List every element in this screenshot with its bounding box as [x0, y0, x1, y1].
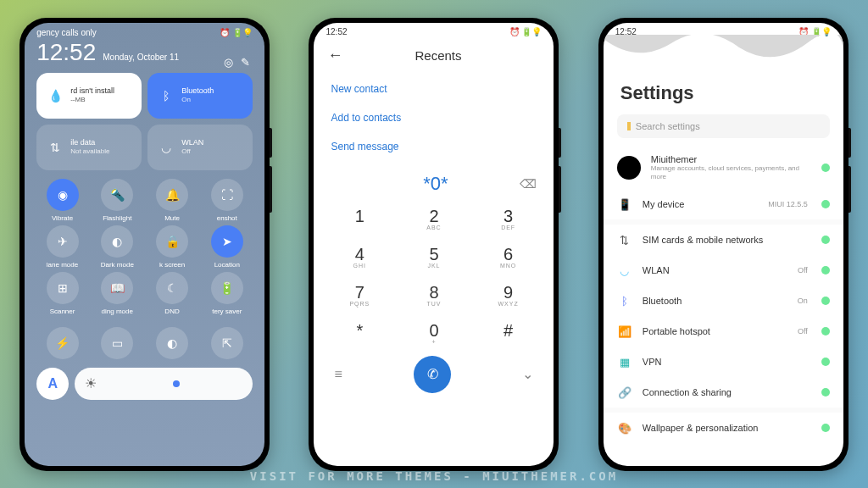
key-number: 3	[471, 208, 546, 225]
control-center-screen: gency calls only ⏰ 🔋💡 12:52 Monday, Octo…	[25, 23, 264, 466]
key-number: *	[322, 322, 397, 339]
arrow-icon	[821, 164, 830, 172]
wallpaper-item[interactable]: 🎨 Wallpaper & personalization	[604, 413, 843, 443]
arrow-icon	[821, 297, 830, 305]
my-device-item[interactable]: 📱 My device MIUI 12.5.5	[604, 189, 843, 219]
arrow-icon	[821, 200, 830, 208]
key-8[interactable]: 8TUV	[397, 276, 471, 314]
toggle-DND[interactable]: ☾DND	[147, 272, 198, 315]
search-placeholder: Search settings	[636, 121, 700, 131]
card-sub: --MB	[70, 96, 114, 104]
setting-label: SIM cards & mobile networks	[643, 235, 798, 245]
setting-item-sim-cards-mobile-networks[interactable]: ⇅SIM cards & mobile networks	[604, 225, 843, 255]
card-wlan[interactable]: ◡ WLAN Off	[147, 125, 253, 170]
toggle-Dark-mode[interactable]: ◐Dark mode	[92, 225, 143, 269]
send-message-link[interactable]: Send message	[331, 132, 537, 161]
backspace-button[interactable]: ⌫	[520, 177, 537, 191]
toggle-ding-mode[interactable]: 📖ding mode	[92, 272, 143, 315]
key-9[interactable]: 9WXYZ	[471, 276, 546, 314]
auto-brightness-button[interactable]: A	[36, 368, 69, 400]
key-number: #	[471, 322, 546, 339]
key-number: 9	[471, 284, 546, 301]
toggle-Scanner[interactable]: ⊞Scanner	[36, 272, 88, 315]
toggle-lane-mode[interactable]: ✈lane mode	[36, 225, 88, 269]
key-letters: GHI	[322, 263, 397, 269]
phone-shell-3: 12:52 ⏰ 🔋💡 Settings Search settings Miui…	[598, 18, 849, 471]
profile-item[interactable]: Miuithemer Manage accounts, cloud servic…	[604, 147, 843, 190]
search-input[interactable]: Search settings	[617, 114, 830, 138]
carrier-text: gency calls only	[36, 28, 97, 37]
toggle-label: Scanner	[50, 308, 75, 315]
clock-time: 12:52	[36, 39, 96, 66]
call-button[interactable]: ✆	[414, 356, 451, 393]
add-to-contacts-link[interactable]: Add to contacts	[331, 103, 537, 132]
expand-button[interactable]: ⌄	[522, 366, 533, 382]
setting-item-connection-sharing[interactable]: 🔗Connection & sharing	[604, 377, 843, 408]
device-icon: 📱	[617, 197, 632, 212]
toggle-expand-icon[interactable]: ⇱	[211, 327, 243, 359]
key-letters: +	[397, 339, 471, 345]
settings-screen: 12:52 ⏰ 🔋💡 Settings Search settings Miui…	[604, 23, 843, 466]
arrow-icon	[821, 236, 830, 244]
dial-input: *0*	[423, 173, 448, 195]
key-#[interactable]: #	[471, 314, 546, 352]
setting-label: Connection & sharing	[643, 387, 798, 397]
dialer-screen: 12:52 ⏰ 🔋💡 ← Recents New contact Add to …	[314, 23, 554, 466]
setting-item-wlan[interactable]: ◡WLANOff	[604, 255, 843, 286]
back-button[interactable]: ←	[327, 47, 342, 64]
page-title: Settings	[604, 42, 843, 111]
card-bluetooth[interactable]: ᛒ Bluetooth On	[147, 73, 253, 119]
setting-item-portable-hotspot[interactable]: 📶Portable hotspotOff	[604, 316, 843, 347]
toggle-grid: ◉Vibrate🔦Flashlight🔔Mute⛶enshot✈lane mod…	[25, 170, 264, 319]
menu-button[interactable]: ≡	[334, 367, 342, 382]
key-*[interactable]: *	[322, 314, 397, 352]
setting-item-bluetooth[interactable]: ᛒBluetoothOn	[604, 286, 843, 316]
page-title: Recents	[415, 48, 461, 63]
toggle-Vibrate[interactable]: ◉Vibrate	[36, 179, 88, 222]
key-letters: TUV	[397, 301, 471, 307]
card-sub: Off	[181, 147, 203, 156]
dial-keypad: 12ABC3DEF4GHI5JKL6MNO7PQRS8TUV9WXYZ*0+#	[314, 195, 554, 352]
card-storage[interactable]: 💧 rd isn't install --MB	[36, 73, 142, 119]
phone-shell-1: gency calls only ⏰ 🔋💡 12:52 Monday, Octo…	[19, 18, 270, 471]
toggle-lightning-icon[interactable]: ⚡	[47, 327, 79, 359]
key-4[interactable]: 4GHI	[322, 238, 397, 276]
key-6[interactable]: 6MNO	[471, 238, 546, 276]
slider-thumb[interactable]	[173, 380, 180, 387]
wallpaper-label: Wallpaper & personalization	[643, 423, 811, 433]
toggle-label: Location	[214, 261, 240, 269]
mydevice-value: MIUI 12.5.5	[768, 200, 808, 208]
key-1[interactable]: 1	[322, 200, 397, 238]
toggle-grid-2: ⚡ ▭ ◐ ⇱	[25, 319, 264, 363]
key-letters: MNO	[471, 263, 546, 269]
edit-icons[interactable]: ◎ ✎	[224, 56, 253, 69]
avatar	[617, 156, 641, 180]
key-number: 7	[322, 284, 397, 301]
setting-label: WLAN	[643, 265, 787, 275]
key-7[interactable]: 7PQRS	[322, 276, 397, 314]
key-2[interactable]: 2ABC	[397, 200, 471, 238]
key-0[interactable]: 0+	[397, 314, 471, 352]
toggle-label: tery saver	[212, 308, 242, 315]
toggle-icon: ◐	[101, 225, 133, 258]
key-3[interactable]: 3DEF	[471, 200, 546, 238]
brightness-slider[interactable]: ☀	[75, 368, 253, 400]
arrow-icon	[821, 358, 830, 366]
toggle-label: Flashlight	[103, 214, 131, 222]
key-5[interactable]: 5JKL	[397, 238, 471, 276]
toggle-Flashlight[interactable]: 🔦Flashlight	[92, 179, 143, 222]
toggle-enshot[interactable]: ⛶enshot	[201, 179, 253, 222]
toggle-Mute[interactable]: 🔔Mute	[147, 179, 198, 222]
profile-desc: Manage accounts, cloud services, payment…	[651, 164, 811, 182]
setting-item-vpn[interactable]: ▦VPN	[604, 347, 843, 377]
toggle-label: k screen	[159, 261, 185, 269]
card-mobile-data[interactable]: ⇅ ile data Not available	[36, 125, 142, 170]
toggle-screen-icon[interactable]: ▭	[101, 327, 133, 359]
card-title: ile data	[70, 138, 109, 147]
toggle-k-screen[interactable]: 🔒k screen	[147, 225, 198, 269]
toggle-Location[interactable]: ➤Location	[201, 225, 253, 269]
toggle-contrast-icon[interactable]: ◐	[156, 327, 188, 359]
card-title: Bluetooth	[181, 86, 214, 96]
new-contact-link[interactable]: New contact	[331, 75, 537, 103]
toggle-tery-saver[interactable]: 🔋tery saver	[201, 272, 253, 315]
